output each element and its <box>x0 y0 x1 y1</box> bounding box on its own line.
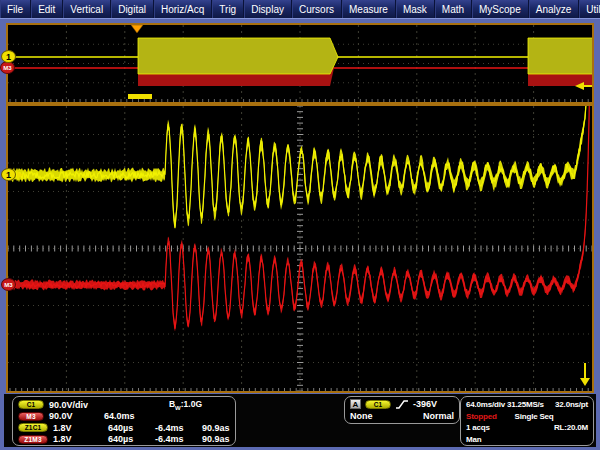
menu-mask[interactable]: Mask <box>396 0 435 18</box>
trigger-holdoff: None <box>350 411 373 421</box>
channel-readout-panel: C1 90.0V/div BW:1.0G M3 90.0V 64.0ms Z1C… <box>12 396 236 446</box>
menu-file[interactable]: File <box>0 0 31 18</box>
ch1-marker[interactable]: 1 <box>1 168 16 181</box>
menu-edit[interactable]: Edit <box>31 0 63 18</box>
z1c1-resolution: 90.9as <box>202 423 230 433</box>
acquisition-readout-panel: 64.0ms/div 31.25MS/s 32.0ns/pt Stopped S… <box>460 396 594 446</box>
m3-timebase: 64.0ms <box>104 411 146 421</box>
z1m3-time: 640µs <box>108 434 150 444</box>
z1m3-scale: 1.8V <box>53 434 103 444</box>
trigger-row-2: None Normal <box>345 410 459 422</box>
acq-resolution: 32.0ns/pt <box>555 400 588 409</box>
acq-trigger-mode: Man <box>466 435 481 444</box>
readout-strip: C1 90.0V/div BW:1.0G M3 90.0V 64.0ms Z1C… <box>4 394 596 447</box>
menu-digital[interactable]: Digital <box>111 0 154 18</box>
readout-row-c1: C1 90.0V/div BW:1.0G <box>13 399 235 411</box>
c1-scale: 90.0V/div <box>49 400 99 410</box>
trigger-a-badge[interactable]: A <box>350 399 361 409</box>
m3-scale: 90.0V <box>49 411 99 421</box>
z1m3-resolution: 90.9as <box>202 434 230 444</box>
readout-row-m3: M3 90.0V 64.0ms <box>13 411 235 423</box>
readout-row-z1m3: Z1M3 1.8V 640µs -6.4ms 90.9as <box>13 434 235 446</box>
menu-analyze[interactable]: Analyze <box>529 0 580 18</box>
z1c1-badge[interactable]: Z1C1 <box>18 423 48 432</box>
menu-items: FileEditVerticalDigitalHoriz/AcqTrigDisp… <box>0 0 600 18</box>
overview-ch1-burst <box>138 38 338 74</box>
menu-trig[interactable]: Trig <box>212 0 244 18</box>
math-marker-arrow-icon <box>17 281 23 289</box>
trigger-point-arrow-icon <box>580 363 590 386</box>
acq-record-length: RL:20.0M <box>554 423 588 432</box>
acq-mode: Single Seq <box>515 412 554 421</box>
readout-row-z1c1: Z1C1 1.8V 640µs -6.4ms 90.9as <box>13 422 235 434</box>
z1c1-scale: 1.8V <box>53 423 103 433</box>
zoom-region-indicator[interactable] <box>128 94 152 99</box>
acq-row-4: Man <box>461 434 593 446</box>
menu-vertical[interactable]: Vertical <box>63 0 111 18</box>
acq-row-2: Stopped Single Seq <box>461 411 593 423</box>
z1m3-badge[interactable]: Z1M3 <box>18 435 48 444</box>
main-graticule <box>6 104 594 393</box>
c1-badge[interactable]: C1 <box>18 400 44 409</box>
menu-myscope[interactable]: MyScope <box>472 0 529 18</box>
ch1-marker-arrow-icon <box>17 171 23 179</box>
overview-waveform-display <box>8 25 592 102</box>
trigger-mode: Normal <box>423 411 454 421</box>
trigger-source-badge[interactable]: C1 <box>365 400 391 409</box>
acq-count: 1 acqs <box>466 423 490 432</box>
trigger-level: -396V <box>413 399 437 409</box>
acq-row-1: 64.0ms/div 31.25MS/s 32.0ns/pt <box>461 399 593 411</box>
acq-row-3: 1 acqs RL:20.0M <box>461 422 593 434</box>
bandwidth-readout: BW:1.0G <box>169 399 202 411</box>
acq-timebase: 64.0ms/div 31.25MS/s <box>466 400 544 409</box>
math-m3-marker[interactable]: M3 <box>1 278 16 291</box>
rising-edge-icon <box>395 399 409 410</box>
trigger-row-1: A C1 -396V <box>345 398 459 410</box>
overview-graticule <box>6 23 594 104</box>
menu-utilities[interactable]: Utilities <box>579 0 600 18</box>
trigger-readout-panel: A C1 -396V None Normal <box>344 396 460 424</box>
menu-bar: FileEditVerticalDigitalHoriz/AcqTrigDisp… <box>0 0 600 19</box>
m3-badge[interactable]: M3 <box>18 412 44 421</box>
menu-measure[interactable]: Measure <box>342 0 396 18</box>
main-waveform-display <box>8 106 592 391</box>
menu-math[interactable]: Math <box>435 0 472 18</box>
trigger-position-marker[interactable] <box>131 25 143 33</box>
z1c1-time: 640µs <box>108 423 150 433</box>
overview-ch1-burst <box>528 38 592 74</box>
acq-status: Stopped <box>466 412 497 421</box>
z1c1-delay: -6.4ms <box>155 423 197 433</box>
z1m3-delay: -6.4ms <box>155 434 197 444</box>
menu-cursors[interactable]: Cursors <box>292 0 342 18</box>
menu-display[interactable]: Display <box>244 0 292 18</box>
menu-horiz-acq[interactable]: Horiz/Acq <box>154 0 212 18</box>
overview-ch1-marker[interactable]: 1 <box>1 50 16 63</box>
